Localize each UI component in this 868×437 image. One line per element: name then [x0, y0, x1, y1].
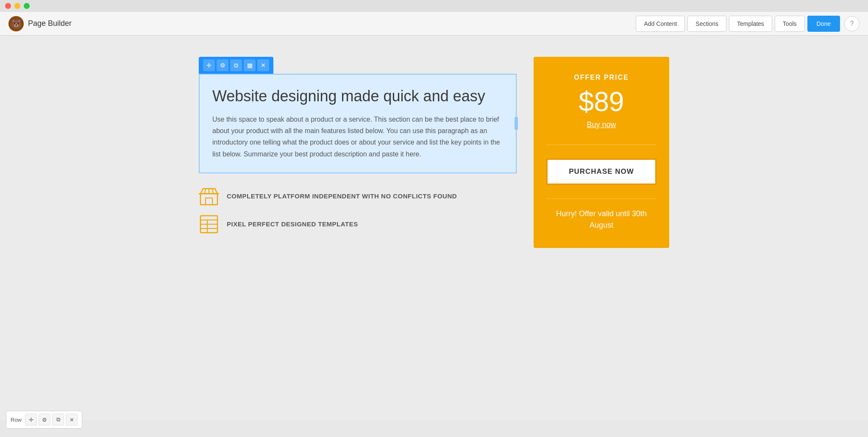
app-title: Page Builder: [28, 19, 72, 28]
template-icon: [199, 214, 219, 234]
app-logo-icon: 🐻: [8, 16, 24, 31]
tools-button[interactable]: Tools: [775, 16, 805, 32]
close-button[interactable]: [5, 3, 11, 9]
element-move-button[interactable]: ✛: [203, 59, 215, 71]
main-toolbar: 🐻 Page Builder Add Content Sections Temp…: [0, 12, 868, 36]
sections-button[interactable]: Sections: [687, 16, 726, 32]
toolbar-actions: Add Content Sections Templates Tools Don…: [636, 16, 860, 32]
svg-rect-0: [200, 194, 217, 205]
row-move-button[interactable]: ✛: [25, 414, 37, 426]
app-logo-area: 🐻 Page Builder: [8, 16, 636, 31]
svg-line-4: [212, 189, 213, 194]
main-canvas: ✛ ⚙ ⧉ ▦ ✕ Website designing made quick a…: [0, 36, 868, 420]
element-toolbar: ✛ ⚙ ⧉ ▦ ✕: [199, 57, 273, 74]
element-close-button[interactable]: ✕: [257, 59, 269, 71]
title-bar: [0, 0, 868, 12]
offer-price-label: OFFER PRICE: [574, 74, 629, 81]
element-duplicate-button[interactable]: ⧉: [230, 59, 242, 71]
price-amount: $89: [579, 88, 624, 115]
store-icon: [199, 186, 219, 206]
content-block[interactable]: Website designing made quick and easy Us…: [199, 74, 517, 173]
list-item: COMPLETELY PLATFORM INDEPENDENT WITH NO …: [199, 186, 517, 206]
divider: [546, 145, 657, 145]
content-body: Use this space to speak about a product …: [212, 114, 503, 160]
add-content-button[interactable]: Add Content: [636, 16, 685, 32]
row-label: Row: [11, 417, 22, 423]
element-layout-button[interactable]: ▦: [244, 59, 256, 71]
row-duplicate-button[interactable]: ⧉: [52, 414, 64, 426]
minimize-button[interactable]: [14, 3, 20, 9]
pricing-card: OFFER PRICE $89 Buy now PURCHASE NOW Hur…: [534, 57, 669, 248]
buy-now-link[interactable]: Buy now: [587, 120, 616, 129]
features-list: COMPLETELY PLATFORM INDEPENDENT WITH NO …: [199, 186, 517, 234]
svg-rect-1: [206, 198, 212, 205]
templates-button[interactable]: Templates: [729, 16, 772, 32]
row-settings-button[interactable]: ⚙: [39, 414, 50, 426]
maximize-button[interactable]: [24, 3, 30, 9]
svg-line-3: [205, 189, 206, 194]
feature-text: COMPLETELY PLATFORM INDEPENDENT WITH NO …: [227, 192, 457, 200]
hurry-text: Hurry! Offer valid until 30th August: [546, 208, 657, 231]
row-toolbar: Row ✛ ⚙ ⧉ ✕: [6, 411, 82, 429]
resize-handle[interactable]: [515, 117, 518, 130]
left-panel: ✛ ⚙ ⧉ ▦ ✕ Website designing made quick a…: [199, 57, 517, 234]
divider: [546, 198, 657, 199]
purchase-button[interactable]: PURCHASE NOW: [546, 159, 657, 185]
done-button[interactable]: Done: [807, 16, 840, 32]
row-close-button[interactable]: ✕: [66, 414, 78, 426]
list-item: PIXEL PERFECT DESIGNED TEMPLATES: [199, 214, 517, 234]
content-heading: Website designing made quick and easy: [212, 87, 503, 105]
help-button[interactable]: ?: [844, 16, 860, 31]
feature-text: PIXEL PERFECT DESIGNED TEMPLATES: [227, 220, 358, 228]
element-settings-button[interactable]: ⚙: [217, 59, 228, 71]
